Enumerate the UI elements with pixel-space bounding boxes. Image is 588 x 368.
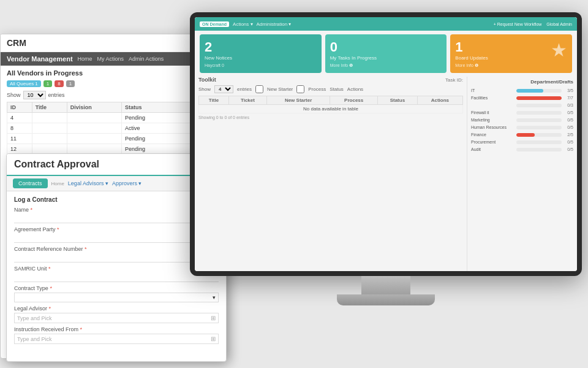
dept-count: 0/3 [564,103,573,107]
dept-bar-bg [516,104,562,107]
dept-bar-bg [516,89,562,93]
dept-count: 7/7 [564,96,573,100]
dept-row: Procurement 0/5 [471,140,573,144]
dept-bar-bg [516,118,562,122]
stats-row: 2 New Notices Haycraft 0 0 My Tasks In P… [195,31,577,77]
input-name[interactable] [14,214,219,223]
dept-row: Audit 0/5 [471,147,573,151]
pick-legal-placeholder: Type and Pick [17,315,52,321]
monitor: ON Demand Actions ▾ Administration ▾ + R… [190,12,582,331]
input-samric[interactable] [14,273,219,282]
cell-title [32,134,67,144]
app-nav-right: + Request New Workflow Global Admin [494,22,572,26]
stat-tasks: 0 My Tasks In Progress More Info ❶ [325,34,447,73]
label-legal-advisor: Legal Advisor * [14,305,219,312]
label-contract-type: Contract Type * [14,285,219,291]
filter-1[interactable]: 1 [43,80,52,87]
toolkit-filter: Task ID: [445,77,463,83]
nav-legal[interactable]: Legal Advisors ▾ [68,180,108,186]
more-info-board[interactable]: More Info ❶ [455,63,567,68]
haycraft-link[interactable]: Haycraft 0 [205,63,317,67]
form-section-title: Log a Contract [14,196,219,203]
no-records-row: No data available in table [199,105,463,113]
filter-all[interactable]: All Queues 1 [7,80,41,87]
nav-administration[interactable]: Administration ▾ [257,21,292,27]
show-lbl: Show [198,86,211,92]
nav-admin-actions[interactable]: Admin Actions [129,56,164,62]
col-id: ID [7,102,32,113]
label-ref: Contract Reference Number * [14,246,219,252]
cell-division [67,134,121,144]
dept-count: 2/5 [564,132,573,137]
nav-approvers[interactable]: Approvers ▾ [112,180,142,186]
label-name: Name * [14,207,219,213]
new-starter-check[interactable] [255,85,263,93]
global-admin[interactable]: Global Admin [546,22,572,26]
toolkit-controls: Show 4 entries New Starter Process Statu… [198,85,463,93]
dept-row: Marketing 0/5 [471,118,573,122]
more-info-tasks[interactable]: More Info ❶ [330,63,442,68]
dept-row: IT 3/5 [471,88,573,93]
input-agreement[interactable] [14,234,219,243]
input-ref[interactable] [14,253,219,263]
request-workflow[interactable]: + Request New Workflow [494,22,542,26]
field-instruction: Instruction Received From * Type and Pic… [14,326,219,344]
dept-bar-bg [516,133,562,137]
th-actions: Actions [417,96,462,105]
nav-sep-1: Home [51,181,64,186]
dept-bar-bg [516,148,562,151]
select-contract-type[interactable]: ▾ [14,293,219,302]
dept-bar-fill [516,89,543,93]
field-samric: SAMRIC Unit * [14,266,219,282]
vendors-title: All Vendors in Progress [7,69,220,77]
filter-8[interactable]: 8 [55,80,63,87]
dept-count: 0/5 [564,118,573,122]
stat-number-notices: 2 [205,39,317,55]
cell-division [67,144,121,155]
entries-lbl: entries [237,86,252,92]
dept-row: Facilities 7/7 [471,96,573,100]
app-topbar: ON Demand Actions ▾ Administration ▾ + R… [195,17,577,31]
dept-bar-fill [516,133,535,137]
toolkit-table: Title Ticket New Starter Process Status … [198,96,463,113]
dept-name: Audit [471,147,514,151]
entries-select[interactable]: 10 [23,91,46,99]
nav-my-actions[interactable]: My Actions [97,56,124,62]
cell-id: 12 [7,144,32,155]
dept-row: Human Resources 0/5 [471,125,573,129]
field-agreement: Agreement Party * [14,226,219,243]
crm-title-text: CRM [7,38,26,48]
dept-count: 3/5 [564,88,573,93]
tab-contracts[interactable]: Contracts [13,178,48,188]
nav-home[interactable]: Home [78,56,92,62]
pick-legal-advisor[interactable]: Type and Pick ⊞ [14,313,219,323]
show-label: Show [7,92,21,98]
dept-chart: IT 3/5 Facilities 7/7 0/3 Firewall it 0/… [471,88,573,151]
pick-instruction[interactable]: Type and Pick ⊞ [14,334,219,344]
contract-title: Contract Approval [14,159,219,170]
table-row: 11 Pending [7,134,220,144]
no-records-text: No data available in table [199,105,463,113]
col-division: Division [67,102,121,113]
toolkit-show-select[interactable]: 4 [214,85,233,93]
toolkit-header: Toolkit Task ID: [198,77,463,83]
nav-actions[interactable]: Actions ▾ [233,21,252,27]
th-process: Process [330,96,378,105]
dept-name: Firewall it [471,110,514,115]
field-ref: Contract Reference Number * [14,246,219,263]
dept-name: Procurement [471,140,514,144]
stat-label-board: Board Updates [455,55,567,61]
field-name: Name * [14,207,219,223]
dept-panel: Department/Drafts IT 3/5 Facilities 7/7 … [467,77,577,271]
process-check[interactable] [296,85,304,93]
cell-id: 11 [7,134,32,144]
dept-row: Firewall it 0/5 [471,110,573,115]
status-label: Status [330,86,344,92]
monitor-bezel: ON Demand Actions ▾ Administration ▾ + R… [190,12,582,276]
dept-count: 0/5 [564,110,573,115]
monitor-base [337,294,435,305]
app-logo: ON Demand [200,21,229,27]
table-row: 12 Pending [7,144,220,155]
filter-extra[interactable]: 1 [66,80,75,87]
dept-name: Finance [471,132,514,137]
